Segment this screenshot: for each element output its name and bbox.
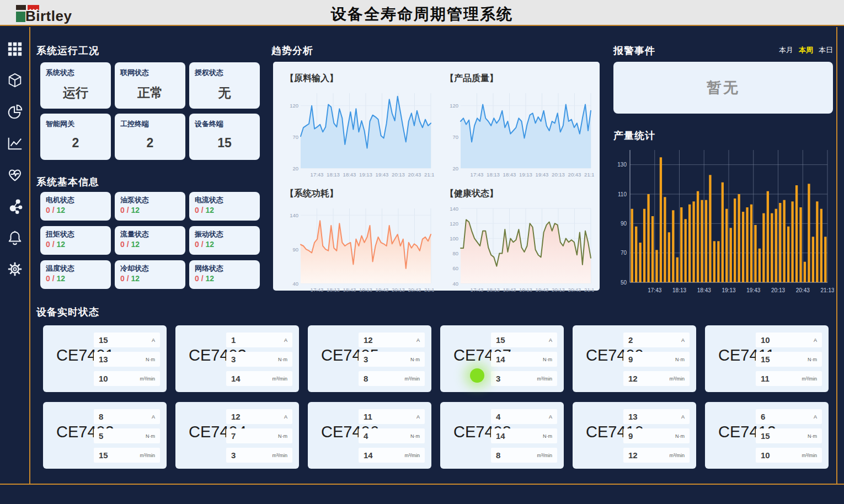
device-metric-row: 12 m³/min [623, 448, 690, 463]
status-card-value: 运行 [40, 84, 111, 101]
device-metric-row: 5 N·m [94, 428, 160, 443]
device-metric-value: 14 [496, 431, 505, 441]
device-metric-row: 15 A [94, 333, 160, 347]
device-metric-value: 14 [364, 451, 373, 460]
device-card[interactable]: CE7410 13 A 9 N·m 12 m³/min [573, 402, 696, 469]
info-card-count: 0 / 12 [195, 274, 254, 283]
device-metric-row: 8 A [94, 409, 160, 424]
devices-title: 设备实时状态 [36, 305, 99, 319]
device-metric-value: 13 [628, 412, 638, 421]
device-metrics: 15 A 14 N·m 3 m³/min [491, 333, 557, 386]
device-metric-value: 11 [364, 412, 372, 421]
health-heart-icon[interactable] [6, 166, 24, 184]
device-card[interactable]: CE7407 15 A 14 N·m 3 m³/min [440, 325, 564, 392]
svg-text:18:13: 18:13 [327, 287, 340, 293]
device-metric-row: 15 N·m [756, 352, 822, 367]
device-metric-value: 10 [99, 374, 108, 383]
device-metrics: 13 A 9 N·m 12 m³/min [623, 409, 690, 463]
settings-gear-icon[interactable] [6, 260, 24, 278]
pie-chart-icon[interactable] [6, 103, 24, 121]
device-metrics: 1 A 3 N·m 14 m³/min [226, 333, 292, 386]
device-metric-unit: m³/min [140, 376, 156, 382]
device-card[interactable]: CE7404 12 A 7 N·m 3 m³/min [175, 402, 299, 469]
device-card[interactable]: CE7401 15 A 13 N·m 10 m³/min [43, 325, 167, 392]
device-metric-unit: N·m [146, 433, 155, 439]
device-metric-value: 4 [496, 412, 500, 421]
svg-text:70: 70 [452, 134, 458, 140]
alarm-tab-2[interactable]: 本日 [819, 45, 833, 55]
system-power-chart: 409014017:4318:1318:4319:1319:4320:1320:… [284, 204, 434, 294]
device-metric-value: 14 [496, 355, 505, 364]
device-metric-value: 9 [628, 431, 633, 441]
svg-text:19:43: 19:43 [746, 287, 760, 293]
info-card: 流量状态 0 / 12 [115, 226, 185, 255]
device-metrics: 12 A 7 N·m 3 m³/min [226, 409, 292, 463]
status-card: 设备终端 15 [189, 114, 260, 160]
device-metric-row: 10 m³/min [94, 371, 160, 386]
status-card: 联网状态 正常 [115, 62, 185, 109]
device-metric-value: 15 [99, 451, 108, 460]
device-card[interactable]: CE7406 11 A 4 N·m 14 m³/min [308, 402, 431, 469]
svg-text:19:43: 19:43 [376, 287, 389, 293]
status-card-label: 工控终端 [120, 119, 180, 129]
status-card-label: 设备终端 [195, 119, 254, 129]
device-card[interactable]: CE7408 4 A 14 N·m 8 m³/min [440, 402, 564, 469]
status-card-value: 正常 [115, 84, 185, 101]
device-metric-row: 4 N·m [359, 428, 425, 443]
trend-chart-power: 【系统功耗】 409014017:4318:1318:4319:1319:432… [276, 181, 436, 297]
status-card: 系统状态 运行 [40, 62, 111, 109]
device-metric-value: 3 [364, 355, 368, 364]
device-metric-row: 12 m³/min [623, 371, 690, 386]
device-cards-grid: CE7401 15 A 13 N·m 10 m³/min CE7403 1 A … [43, 325, 829, 469]
svg-text:20:13: 20:13 [392, 171, 405, 178]
device-metric-value: 8 [496, 451, 500, 460]
chart-title: 【原料输入】 [285, 73, 435, 84]
device-metric-value: 5 [99, 431, 103, 441]
network-nodes-icon[interactable] [6, 197, 24, 215]
device-metric-value: 15 [99, 335, 108, 345]
svg-text:20:13: 20:13 [552, 287, 565, 293]
device-metric-unit: N·m [543, 433, 552, 439]
status-card-label: 联网状态 [120, 68, 180, 78]
device-metric-unit: A [814, 337, 817, 343]
apps-grid-icon[interactable] [6, 40, 24, 58]
device-card[interactable]: CE7411 10 A 15 N·m 11 m³/min [705, 325, 829, 392]
alarm-period-tabs: 本月本周本日 [779, 45, 834, 55]
device-metric-row: 3 N·m [359, 352, 425, 367]
svg-text:18:43: 18:43 [343, 287, 356, 293]
system-status-grid: 系统状态 运行联网状态 正常授权状态 无智能网关 2工控终端 2设备终端 15 [40, 62, 260, 160]
trend-title: 趋势分析 [271, 44, 313, 57]
svg-text:18:43: 18:43 [697, 287, 711, 293]
status-card-label: 系统状态 [46, 68, 105, 78]
svg-text:140: 140 [450, 206, 458, 212]
device-metric-row: 3 N·m [226, 352, 292, 367]
device-metrics: 8 A 5 N·m 15 m³/min [94, 409, 160, 463]
device-metric-unit: m³/min [802, 453, 818, 458]
alarm-tab-0[interactable]: 本月 [779, 45, 793, 55]
line-chart-icon[interactable] [6, 135, 24, 152]
device-metric-row: 15 m³/min [94, 448, 160, 463]
cube-3d-icon[interactable] [6, 72, 24, 89]
device-card[interactable]: CE7412 6 A 15 N·m 10 m³/min [705, 402, 829, 469]
device-metric-value: 8 [99, 412, 103, 421]
device-metric-value: 15 [761, 355, 770, 364]
svg-text:21:13: 21:13 [424, 171, 434, 178]
device-metric-value: 14 [231, 374, 241, 383]
svg-text:120: 120 [450, 221, 458, 227]
device-card[interactable]: CE7403 1 A 3 N·m 14 m³/min [175, 325, 299, 392]
status-card-value: 2 [115, 136, 185, 151]
system-info-title: 系统基本信息 [36, 175, 99, 189]
device-metric-value: 4 [364, 431, 368, 441]
svg-text:70: 70 [621, 250, 627, 256]
device-card[interactable]: CE7402 8 A 5 N·m 15 m³/min [43, 402, 167, 469]
device-card[interactable]: CE7405 12 A 3 N·m 8 m³/min [308, 325, 431, 392]
bell-icon[interactable] [6, 229, 24, 246]
device-metric-row: 2 A [623, 333, 690, 347]
device-metric-unit: N·m [146, 357, 155, 362]
svg-text:100: 100 [450, 235, 458, 242]
svg-text:18:13: 18:13 [672, 287, 686, 293]
system-info-grid: 电机状态 0 / 12油泵状态 0 / 12电流状态 0 / 12扭矩状态 0 … [40, 192, 260, 289]
svg-text:19:13: 19:13 [722, 287, 735, 293]
alarm-tab-1[interactable]: 本周 [799, 45, 813, 55]
device-card[interactable]: CE7409 2 A 9 N·m 12 m³/min [573, 325, 696, 392]
